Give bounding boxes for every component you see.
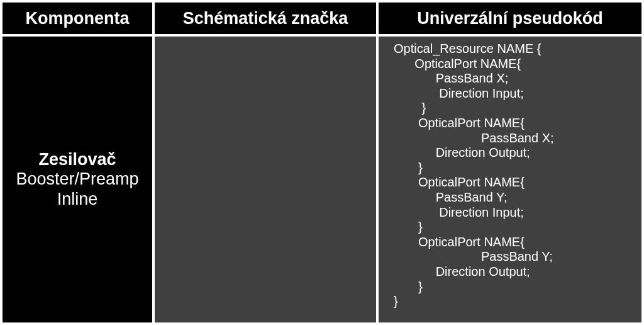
- table-header-row: Komponenta Schématická značka Univerzáln…: [1, 1, 643, 35]
- pseudocode-text: Optical_Resource NAME { OpticalPort NAME…: [394, 42, 554, 309]
- table-row: Zesilovač Booster/Preamp Inline Optical_…: [1, 35, 643, 324]
- component-line2: Booster/Preamp: [16, 169, 138, 189]
- header-komponenta: Komponenta: [1, 1, 153, 35]
- component-line3: Inline: [57, 190, 98, 209]
- cell-schematicka-znacka: [153, 35, 377, 324]
- cell-pseudokod: Optical_Resource NAME { OpticalPort NAME…: [377, 35, 643, 324]
- component-title: Zesilovač: [38, 150, 116, 169]
- cell-komponenta: Zesilovač Booster/Preamp Inline: [1, 35, 153, 324]
- component-table: Komponenta Schématická značka Univerzáln…: [0, 0, 644, 325]
- header-schematicka-znacka: Schématická značka: [153, 1, 377, 35]
- header-univerzalni-pseudokod: Univerzální pseudokód: [377, 1, 643, 35]
